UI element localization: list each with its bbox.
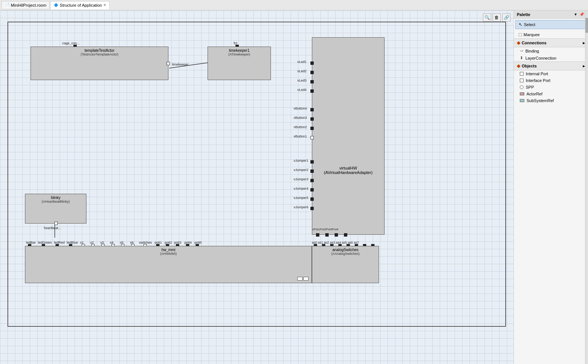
binding-icon: ⤻ [520,48,523,53]
cursor-icon: ↖ [519,22,522,27]
tab-structure-close[interactable]: ✕ [103,3,106,7]
port-vButton2[interactable] [310,127,314,130]
palette-scrollbar[interactable] [585,10,588,364]
palette-internal-port-label: Internal Port [526,72,548,76]
port-vJumper2[interactable] [310,170,314,173]
palette-actor-ref[interactable]: ActorRef [514,91,588,97]
port-vPot2[interactable] [325,233,329,237]
palette-scroll-thumb[interactable] [585,18,588,33]
vLed4-label: vLed4 [297,88,307,92]
vJumper2-label: vJumper2 [294,168,309,172]
vButton1-label: vButton1 [294,134,307,138]
port-vJumper1[interactable] [310,160,314,164]
port-vLed3[interactable] [310,80,314,83]
heartbeat-label: heartbeat... [44,226,61,230]
palette-section-objects[interactable]: ◆ Objects ▸ [514,61,588,70]
canvas-area[interactable]: 🔍 🗑 🔗 cage_con... templateTestActor (Tes… [0,10,513,364]
palette-section-connections[interactable]: ◆ Connections ▸ [514,38,588,47]
actor-analogSwitches[interactable]: as0 as1 as2 as3 as4 as5 as6 as7 analogSw… [312,246,379,283]
vPot-labels: vPot1Pot2Pot3Pot4 [312,228,338,231]
palette-panel: Palette ▾ 📌 ↖ Select ⬚ Marquee ◆ Connect… [513,10,588,364]
port-vJumper6[interactable] [310,207,314,210]
port-vLed1[interactable] [310,61,314,65]
port-heartbeat[interactable] [54,222,58,225]
palette-marquee-label: Marquee [524,32,540,37]
palette-subsystem-ref[interactable]: SubSystemRef [514,97,588,104]
analogSwitches-name: analogSwitches [314,248,377,252]
vButton3-label: vButton3 [294,116,307,120]
port-vLed4[interactable] [310,89,314,93]
palette-spp[interactable]: SPP [514,84,588,91]
palette-interface-port-label: Interface Port [526,78,550,83]
canvas-delete[interactable]: 🗑 [493,13,501,22]
port-vButton1[interactable] [310,136,314,139]
timekeeper-label: timekeeper [172,63,189,66]
tab-miniHil[interactable]: 📄 MiniHilProject.room [1,1,50,9]
port-vPot1[interactable] [316,233,319,237]
port-vButton4[interactable] [310,108,314,111]
virtualHW-name: virtualHW [312,166,384,170]
actor-hwMmi[interactable]: ledBar ledGreen ledRed ledBlue s1 s2 s3 … [25,246,312,283]
marquee-icon: ⬚ [518,32,522,37]
palette-header-icons: ▾ 📌 [573,12,585,17]
interface-port-icon [520,79,524,82]
palette-spp-label: SPP [526,85,534,89]
port-vPot3[interactable] [335,233,338,237]
hwMmi-box1 [297,277,303,281]
palette-actor-ref-label: ActorRef [527,92,543,96]
vButton2-label: vButton2 [294,125,307,129]
vJumper4-label: vJumper4 [294,187,309,190]
palette-internal-port[interactable]: Internal Port [514,70,588,77]
vJumper5-label: vJumper5 [294,196,309,200]
canvas-zoom-fit[interactable]: 🔍 [483,13,491,22]
tab-structure[interactable]: 🔷 Structure of Application ✕ [50,1,110,9]
palette-select-label: Select [524,22,535,27]
palette-collapse-icon[interactable]: ▾ [573,12,578,17]
actor-templateTestActor-name: templateTestActor [32,48,167,53]
layer-connection-icon: ⬇ [520,56,523,60]
actor-timekeeper1-type: (ATimekeeper) [209,53,269,56]
port-vJumper5[interactable] [310,197,314,201]
vLed1-label: vLed1 [297,60,307,64]
vJumper1-label: vJumper1 [294,159,309,162]
analogSwitches-port-labels: as0 as1 as2 as3 as4 as5 as6 as7 [312,241,359,244]
connections-icon: ◆ [517,40,520,45]
palette-select-button[interactable]: ↖ Select [515,20,587,29]
port-vJumper4[interactable] [310,188,314,192]
tab-bar: 📄 MiniHilProject.room 🔷 Structure of App… [0,0,588,10]
hwMmi-name: hw_mmi [27,248,310,252]
subsystem-ref-icon [520,99,524,102]
actor-templateTestActor[interactable]: cage_con... templateTestActor (TestActor… [31,47,168,80]
vJumper3-label: vJumper3 [294,177,309,181]
port-vLed2[interactable] [310,71,314,74]
objects-icon: ◆ [517,63,520,69]
actor-timekeeper1[interactable]: fct timekeeper1 (ATimekeeper) [208,47,271,80]
actor-blinky-name: blinky [27,196,85,200]
actor-timekeeper1-name: timekeeper1 [209,48,269,53]
port-vPot4[interactable] [344,233,347,237]
palette-title: Palette [517,12,530,17]
palette-binding[interactable]: ⤻ Binding [514,47,588,54]
tab-structure-label: Structure of Application [60,3,102,7]
actor-blinky[interactable]: blinky (AHeartbeatBlinky) heartbeat... [25,194,86,224]
port-vButton3[interactable] [310,117,314,121]
internal-port-icon [520,72,524,76]
actor-virtualHW[interactable]: vLed1 vLed2 vLed3 vLed4 vButton4 vButton… [312,37,385,235]
port-timekeeper-interface[interactable] [167,62,170,65]
palette-marquee-item[interactable]: ⬚ Marquee [515,31,587,38]
cage-con-label: cage_con... [62,41,80,45]
palette-layer-connection-label: LayerConnection [525,56,556,60]
palette-interface-port[interactable]: Interface Port [514,77,588,84]
tab-miniHil-label: MiniHilProject.room [11,3,46,7]
palette-pin-icon[interactable]: 📌 [578,12,585,17]
palette-layer-connection[interactable]: ⬇ LayerConnection [514,54,588,61]
connections-title: Connections [522,41,583,45]
palette-header: Palette ▾ 📌 [514,10,588,19]
analogSwitches-type: (AAnalogSwitches) [314,252,377,256]
ledBlue-label: ledBlue [67,241,78,244]
main-layout: 🔍 🗑 🔗 cage_con... templateTestActor (Tes… [0,10,588,364]
hwMmi-box2 [303,277,309,281]
actor-blinky-type: (AHeartbeatBlinky) [27,200,85,203]
canvas-link[interactable]: 🔗 [502,13,510,22]
port-vJumper3[interactable] [310,179,314,182]
